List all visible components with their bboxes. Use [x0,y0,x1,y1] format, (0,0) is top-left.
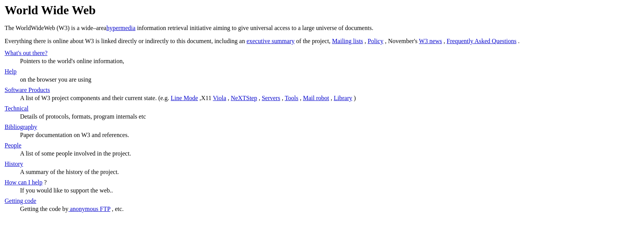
policy-link[interactable]: Policy [368,38,383,44]
sections-container: What's out there?Pointers to the world's… [5,50,639,214]
page-title: World Wide Web [5,3,639,17]
whats-out-there-description: Pointers to the world's online informati… [5,57,639,66]
technical-description: Details of protocols, formats, program i… [5,112,639,121]
mailing-lists-link[interactable]: Mailing lists [332,38,363,44]
help-link[interactable]: Help [5,68,17,75]
history-link[interactable]: History [5,161,23,167]
getting-code-description: Getting the code by anonymous FTP , etc. [5,204,639,214]
intro-paragraph-2: Everything there is online about W3 is l… [5,37,639,46]
people-link[interactable]: People [5,142,22,149]
how-can-i-help-link[interactable]: How can I help [5,179,42,186]
people-description: A list of some people involved in the pr… [5,149,639,158]
software-products-inline-link[interactable]: Line Mode [171,95,198,101]
software-products-inline-link[interactable]: NeXTStep [231,95,257,101]
whats-out-there-link[interactable]: What's out there? [5,50,47,56]
intro-paragraph-1: The WorldWideWeb (W3) is a wide–areahype… [5,23,639,33]
help-description: on the browser you are using [5,75,639,84]
software-products-inline-link[interactable]: Library [334,95,352,101]
bibliography-description: Paper documentation on W3 and references… [5,131,639,140]
faq-link[interactable]: Frequently Asked Questions [447,38,516,44]
getting-code-link[interactable]: Getting code [5,197,36,204]
intro2-text4: , November's [383,38,419,44]
executive-summary-link[interactable]: executive summary [246,38,294,44]
bibliography-link[interactable]: Bibliography [5,124,37,130]
section-technical: TechnicalDetails of protocols, formats, … [5,105,639,121]
section-getting-code: Getting codeGetting the code by anonymou… [5,197,639,214]
section-software-products: Software ProductsA list of W3 project co… [5,87,639,103]
technical-link[interactable]: Technical [5,105,28,112]
intro2-text2: of the project, [294,38,332,44]
software-products-inline-link[interactable]: Viola [213,95,226,101]
software-products-link[interactable]: Software Products [5,87,50,93]
intro1-text-after: information retrieval initiative aiming … [135,25,373,31]
software-products-inline-link[interactable]: Servers [262,95,280,101]
intro2-text1: Everything there is online about W3 is l… [5,38,246,44]
software-products-inline-link[interactable]: Tools [285,95,298,101]
intro2-text5: , [442,38,447,44]
intro2-text6: . [517,38,520,44]
w3-news-link[interactable]: W3 news [419,38,442,44]
how-can-i-help-description: If you would like to support the web.. [5,186,639,195]
history-description: A summary of the history of the project. [5,167,639,177]
software-products-inline-link[interactable]: Mail robot [303,95,329,101]
how-can-i-help-suffix: ? [42,179,47,186]
section-bibliography: BibliographyPaper documentation on W3 an… [5,124,639,140]
hypermedia-link[interactable]: hypermedia [106,25,135,31]
section-whats-out-there: What's out there?Pointers to the world's… [5,50,639,66]
intro1-text-before: The WorldWideWeb (W3) is a wide–area [5,25,106,31]
section-people: PeopleA list of some people involved in … [5,142,639,158]
intro2-text3: , [363,38,368,44]
section-help: Help on the browser you are using [5,68,639,84]
section-history: HistoryA summary of the history of the p… [5,161,639,177]
getting-code-inline-link[interactable]: anonymous FTP [69,206,110,212]
software-products-description: A list of W3 project components and thei… [5,94,639,103]
section-how-can-i-help: How can I help ?If you would like to sup… [5,179,639,195]
